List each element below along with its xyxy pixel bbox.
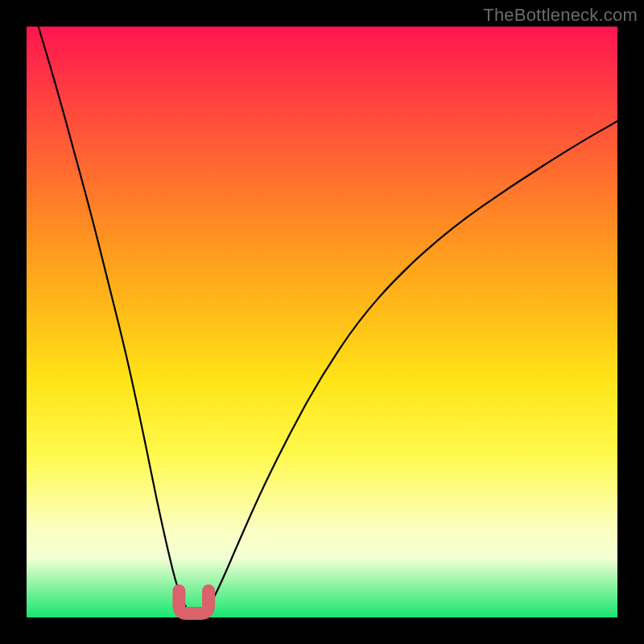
watermark-text: TheBottleneck.com [483, 5, 638, 26]
bottleneck-curve [39, 27, 617, 615]
chart-area [27, 27, 617, 617]
bottleneck-plot [27, 27, 617, 617]
optimal-region-highlight [179, 591, 208, 613]
